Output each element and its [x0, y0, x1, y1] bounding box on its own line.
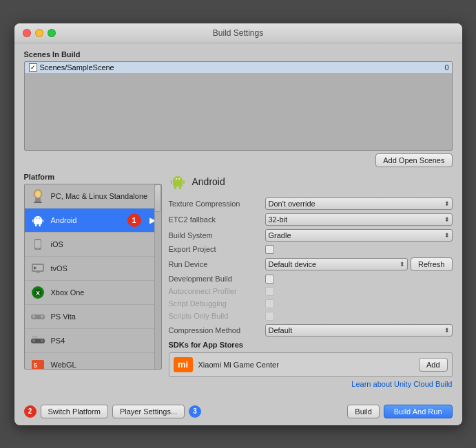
scene-item[interactable]: ✓ Scenes/SampleScene — [25, 62, 452, 73]
svg-point-26 — [32, 339, 35, 342]
svg-point-14 — [37, 248, 39, 249]
run-device-select[interactable]: Default device — [265, 258, 408, 270]
autoconnect-profiler-row: Autoconnect Profiler — [169, 287, 453, 296]
compression-method-control: Default — [265, 324, 453, 337]
platform-list-container: Platform PC, Mac & Linux Standal — [24, 173, 162, 391]
export-project-row: Export Project — [169, 245, 453, 254]
window-title: Build Settings — [213, 28, 263, 38]
platform-item-xbox[interactable]: X Xbox One — [25, 281, 161, 305]
build-system-select[interactable]: Gradle — [265, 229, 453, 242]
scripts-only-build-checkbox — [265, 312, 274, 321]
platform-item-android[interactable]: Android 1 ▶ — [25, 209, 161, 233]
svg-rect-33 — [179, 186, 181, 189]
svg-rect-10 — [32, 220, 34, 222]
psvita-platform-icon — [30, 309, 45, 324]
build-button[interactable]: Build — [347, 405, 379, 418]
platform-xbox-name: Xbox One — [51, 288, 156, 297]
add-open-scenes-button[interactable]: Add Open Scenes — [375, 153, 452, 167]
svg-point-1 — [35, 191, 41, 197]
build-system-row: Build System Gradle — [169, 229, 453, 242]
texture-compression-select[interactable]: Don't override — [265, 198, 453, 210]
run-device-control: Default device Refresh — [265, 257, 453, 271]
compression-method-select[interactable]: Default — [265, 324, 453, 337]
svg-text:PS4: PS4 — [32, 336, 38, 339]
build-and-run-button[interactable]: Build And Run — [384, 405, 453, 418]
texture-compression-row: Texture Compression Don't override — [169, 198, 453, 210]
platform-item-ps4[interactable]: PS4 PS4 — [25, 329, 161, 353]
bottom-right-buttons: Build Build And Run — [347, 405, 452, 418]
scene-index: 0 — [444, 63, 448, 72]
script-debugging-label: Script Debugging — [169, 299, 265, 308]
webgl-platform-icon: 5 — [30, 357, 45, 370]
player-settings-button[interactable]: Player Settings... — [112, 405, 185, 418]
development-build-checkbox[interactable] — [265, 275, 274, 284]
svg-rect-38 — [183, 180, 185, 184]
platform-item-pc[interactable]: PC, Mac & Linux Standalone — [25, 184, 161, 209]
platform-ps4-name: PS4 — [51, 337, 156, 345]
bottom-bar: 2 Switch Platform Player Settings... 3 B… — [14, 401, 462, 425]
etc2-fallback-select-wrapper: 32-bit — [265, 213, 453, 226]
platform-android-name: Android — [51, 216, 122, 224]
texture-compression-label: Texture Compression — [169, 200, 265, 208]
svg-point-23 — [32, 315, 35, 318]
cloud-build-link[interactable]: Learn about Unity Cloud Build — [351, 380, 452, 388]
run-device-select-wrapper: Default device — [265, 258, 408, 270]
platform-item-psvita[interactable]: PS Vita — [25, 305, 161, 329]
android-selected-badge: 1 — [127, 213, 141, 227]
scene-name: Scenes/SampleScene — [40, 63, 448, 72]
development-build-row: Development Build — [169, 275, 453, 284]
build-system-label: Build System — [169, 231, 265, 239]
script-debugging-checkbox — [265, 299, 274, 308]
sdk-store-name: Xiaomi Mi Game Center — [198, 361, 413, 369]
build-system-control: Gradle — [265, 229, 453, 242]
bottom-left-buttons: 2 Switch Platform Player Settings... 3 — [24, 405, 202, 418]
svg-point-9 — [39, 217, 40, 219]
svg-rect-11 — [42, 220, 43, 222]
platform-ios-name: iOS — [51, 240, 156, 248]
script-debugging-control — [265, 299, 453, 308]
platform-list: PC, Mac & Linux Standalone — [24, 184, 162, 370]
svg-point-36 — [178, 178, 180, 180]
export-project-control — [265, 245, 453, 254]
etc2-fallback-select[interactable]: 32-bit — [265, 213, 453, 226]
pc-platform-icon — [30, 189, 45, 204]
sdk-store-box: mi Xiaomi Mi Game Center Add — [169, 352, 453, 377]
development-build-label: Development Build — [169, 275, 265, 283]
run-device-label: Run Device — [169, 260, 265, 268]
autoconnect-profiler-control — [265, 287, 453, 296]
export-project-checkbox[interactable] — [265, 245, 274, 254]
scene-checkbox[interactable]: ✓ — [29, 63, 37, 72]
android-platform-icon — [30, 213, 45, 228]
maximize-button[interactable] — [48, 29, 56, 37]
platform-item-webgl[interactable]: 5 WebGL — [25, 353, 161, 370]
scripts-only-build-row: Scripts Only Build — [169, 312, 453, 321]
minimize-button[interactable] — [35, 29, 43, 37]
android-settings-icon — [169, 173, 187, 191]
tvos-platform-icon: ▶ — [30, 261, 45, 276]
development-build-control — [265, 275, 453, 284]
add-open-scenes-row: Add Open Scenes — [24, 153, 453, 167]
mi-logo: mi — [174, 357, 193, 372]
platform-item-ios[interactable]: iOS — [25, 233, 161, 257]
svg-point-35 — [176, 178, 177, 180]
scripts-only-build-control — [265, 312, 453, 321]
svg-text:5: 5 — [34, 362, 37, 369]
run-device-row: Run Device Default device Refresh — [169, 257, 453, 271]
autoconnect-profiler-label: Autoconnect Profiler — [169, 287, 265, 295]
xbox-platform-icon: X — [30, 285, 45, 300]
sdk-add-button[interactable]: Add — [419, 358, 448, 372]
platform-section: Platform PC, Mac & Linux Standal — [24, 173, 453, 391]
title-bar: Build Settings — [14, 23, 462, 43]
autoconnect-profiler-checkbox — [265, 287, 274, 296]
etc2-fallback-row: ETC2 fallback 32-bit — [169, 213, 453, 226]
etc2-fallback-label: ETC2 fallback — [169, 215, 265, 224]
platform-item-tvos[interactable]: ▶ tvOS — [25, 257, 161, 281]
svg-point-34 — [174, 176, 182, 182]
svg-rect-32 — [174, 186, 176, 189]
refresh-button[interactable]: Refresh — [411, 257, 453, 271]
platform-scrollbar-thumb[interactable] — [154, 184, 161, 212]
close-button[interactable] — [23, 29, 31, 37]
platform-scrollbar[interactable] — [154, 184, 161, 369]
texture-compression-select-wrapper: Don't override — [265, 198, 453, 210]
switch-platform-button[interactable]: Switch Platform — [41, 405, 108, 418]
